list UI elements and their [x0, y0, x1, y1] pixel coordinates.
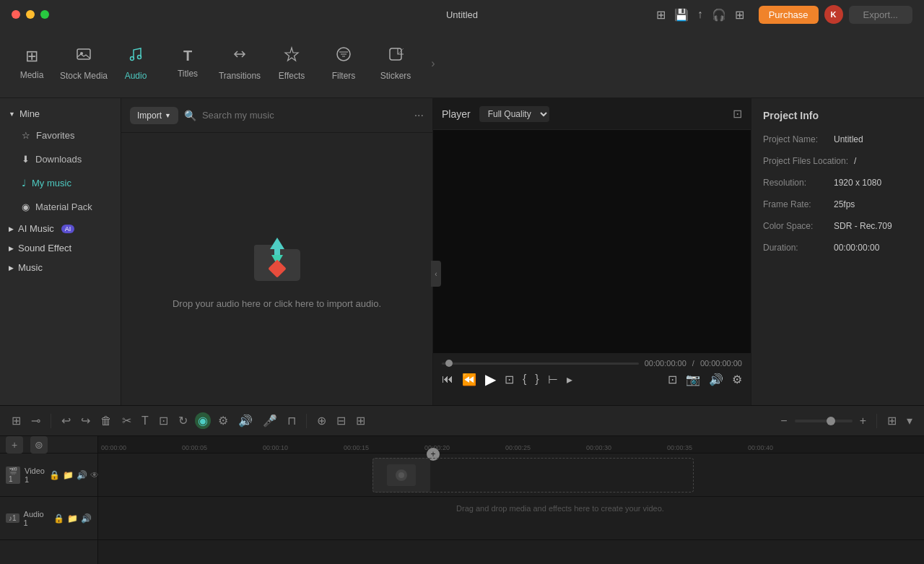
timeline-crop-button[interactable]: ⊡	[156, 412, 171, 429]
sidebar: ▼ Mine ☆ Favorites ⬇ Downloads ♩ My musi…	[0, 98, 121, 405]
timeline-text-button[interactable]: T	[139, 413, 152, 429]
timeline-rotate-button[interactable]: ↻	[175, 412, 191, 429]
my-music-icon: ♩	[22, 178, 26, 188]
toolbar-item-media[interactable]: ⊞ Media	[6, 35, 58, 92]
volume-button[interactable]: 🔊	[709, 373, 723, 386]
user-avatar[interactable]: K	[824, 5, 843, 24]
info-row-framerate: Frame Rate: 25fps	[763, 198, 912, 211]
toolbar-more-button[interactable]: ›	[424, 55, 442, 72]
link-tracks-button[interactable]: ⊚	[30, 436, 48, 454]
timeline-area: ⊞ ⊸ ↩ ↪ 🗑 ✂ T ⊡ ↻ ◉ ⚙ 🔊 🎤 ⊓ ⊕ ⊟ ⊞ − + ⊞ …	[0, 405, 924, 564]
minimize-button[interactable]	[26, 10, 35, 19]
settings-button[interactable]: ⚙	[732, 373, 742, 386]
export-button[interactable]: Export...	[849, 6, 912, 24]
toolbar-item-transitions[interactable]: Transitions	[214, 35, 266, 92]
timeline-subtitle-button[interactable]: ⊞	[353, 412, 368, 429]
timeline-redo-button[interactable]: ↪	[78, 412, 93, 429]
timeline-expand-button[interactable]: ▾	[904, 412, 915, 429]
crop-button[interactable]: ⊡	[505, 373, 514, 386]
timeline-delete-button[interactable]: 🗑	[97, 413, 115, 429]
player-controls: 00:00:00:00 / 00:00:00:00 ⏮ ⏪ ▶ ⊡ { } ⊢ …	[433, 353, 751, 405]
layout-icon[interactable]: ⊞	[656, 8, 666, 22]
controls-row: ⏮ ⏪ ▶ ⊡ { } ⊢ ▸ ⊡ 📷 🔊 ⚙	[442, 370, 742, 388]
timeline-caption-button[interactable]: ⊟	[334, 412, 349, 429]
toolbar-item-titles[interactable]: T Titles	[162, 35, 214, 92]
grid-icon[interactable]: ⊞	[735, 8, 744, 22]
search-input[interactable]	[202, 110, 409, 121]
sidebar-item-ai-music[interactable]: ▶ AI Music AI	[0, 219, 121, 238]
audio-folder-icon[interactable]: 📁	[67, 513, 78, 524]
sidebar-item-my-music[interactable]: ♩ My music	[4, 172, 116, 194]
info-label-colorspace: Color Space:	[763, 220, 828, 233]
progress-track[interactable]	[442, 363, 639, 365]
close-button[interactable]	[12, 10, 20, 19]
timeline-cut-button[interactable]: ✂	[119, 412, 134, 429]
ruler-tick-0: 00:00:00	[101, 444, 182, 451]
timeline-layout-button[interactable]: ⊞	[884, 412, 899, 429]
snapshot-button[interactable]: 📷	[686, 373, 700, 386]
info-value-duration: 00:00:00:00	[834, 241, 879, 254]
sidebar-section-mine[interactable]: ▼ Mine	[0, 104, 121, 123]
ruler-tick-3: 00:00:15	[344, 444, 424, 451]
fullscreen-button[interactable]: ⊡	[668, 373, 677, 386]
mark-in-button[interactable]: {	[523, 373, 526, 386]
info-label-resolution: Resolution:	[763, 176, 828, 189]
save-icon[interactable]: 💾	[674, 8, 689, 22]
timeline-clip-button[interactable]: ⊓	[284, 412, 299, 429]
play-button[interactable]: ▶	[485, 370, 496, 388]
maximize-button[interactable]	[40, 10, 49, 19]
headphone-icon[interactable]: 🎧	[712, 8, 726, 22]
effects-icon	[284, 46, 300, 66]
video-track-controls: 🔒 📁 🔊 👁	[49, 470, 99, 480]
zoom-slider[interactable]	[795, 420, 853, 422]
toolbar-item-stickers[interactable]: Stickers	[370, 35, 422, 92]
quality-select[interactable]: Full Quality	[479, 106, 549, 122]
video-drop-zone[interactable]	[372, 458, 694, 493]
preview-icon[interactable]: ⊡	[733, 107, 742, 121]
next-marker-button[interactable]: ▸	[567, 373, 572, 386]
timeline-active-button[interactable]: ◉	[195, 412, 211, 429]
mark-out-button[interactable]: }	[535, 373, 539, 386]
toolbar-item-filters[interactable]: Filters	[318, 35, 370, 92]
add-track-button[interactable]: +	[6, 436, 23, 454]
toolbar-item-effects[interactable]: Effects	[266, 35, 318, 92]
video-mute-icon[interactable]: 🔊	[77, 470, 87, 480]
timeline-undo-button[interactable]: ↩	[58, 412, 74, 429]
sidebar-item-sound-effect[interactable]: ▶ Sound Effect	[0, 238, 121, 258]
info-row-name: Project Name: Untitled	[763, 133, 912, 146]
sidebar-item-music[interactable]: ▶ Music	[0, 258, 121, 277]
zoom-in-button[interactable]: +	[857, 413, 869, 429]
info-value-location: /	[854, 155, 856, 168]
sidebar-favorites-label: Favorites	[36, 130, 74, 141]
info-label-name: Project Name:	[763, 133, 828, 146]
timeline-audio-button[interactable]: 🔊	[235, 412, 256, 429]
audio-lock-icon[interactable]: 🔒	[53, 513, 64, 524]
sidebar-collapse-button[interactable]: ‹	[431, 261, 441, 287]
sidebar-item-material-pack[interactable]: ◉ Material Pack	[4, 196, 116, 218]
skip-back-button[interactable]: ⏮	[442, 373, 453, 386]
toolbar-divider-1	[51, 414, 51, 428]
timeline-mic-button[interactable]: 🎤	[260, 412, 280, 429]
audio-mute-icon[interactable]: 🔊	[81, 513, 92, 524]
timeline-grid-button[interactable]: ⊞	[9, 412, 24, 429]
zoom-out-button[interactable]: −	[777, 413, 790, 429]
drop-zone[interactable]: Drop your audio here or click here to im…	[121, 133, 432, 405]
traffic-lights	[12, 10, 49, 19]
video-lock-icon[interactable]: 🔒	[49, 470, 60, 480]
timeline-join-button[interactable]: ⊕	[314, 412, 329, 429]
toolbar-item-audio[interactable]: Audio	[110, 35, 162, 92]
toolbar-item-stock-media[interactable]: Stock Media	[58, 35, 110, 92]
prev-frame-button[interactable]: ⏪	[462, 373, 476, 386]
sidebar-item-favorites[interactable]: ☆ Favorites	[4, 124, 116, 147]
timeline-speed-button[interactable]: ⚙	[215, 412, 231, 429]
more-options-icon[interactable]: ···	[414, 109, 424, 122]
sidebar-item-downloads[interactable]: ⬇ Downloads	[4, 148, 116, 170]
info-row-colorspace: Color Space: SDR - Rec.709	[763, 220, 912, 233]
video-folder-icon[interactable]: 📁	[63, 470, 74, 480]
import-button[interactable]: Import ▼	[130, 107, 178, 124]
purchase-button[interactable]: Purchase	[759, 6, 819, 24]
player-label: Player	[442, 108, 471, 120]
prev-marker-button[interactable]: ⊢	[548, 373, 558, 386]
timeline-magnet-button[interactable]: ⊸	[28, 412, 43, 429]
upload-icon[interactable]: ↑	[697, 8, 703, 21]
